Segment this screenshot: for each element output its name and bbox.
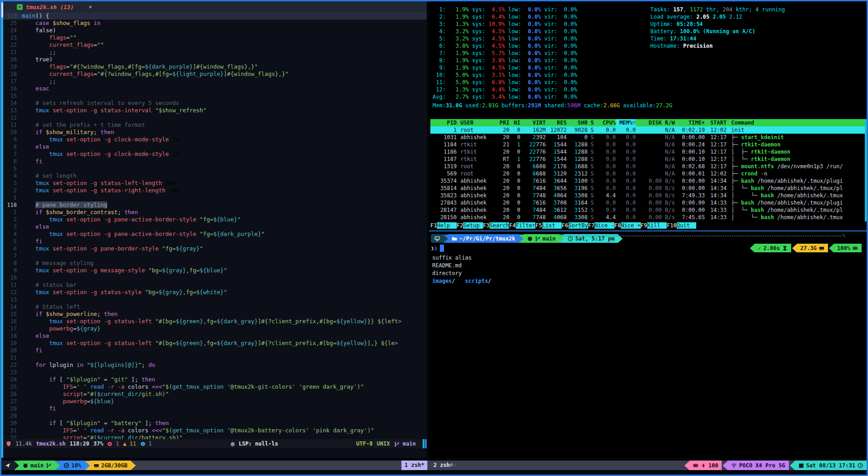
fkey-f7[interactable]: F7Nice - — [588, 222, 614, 230]
tmux-window-2[interactable]: 2 zsh#- — [430, 461, 460, 470]
editor-line[interactable]: 22 for lplugin in "${lplugins[@]}"; do — [1, 361, 427, 369]
editor-line[interactable]: 16 tmux set-option -g status-left "#[bg=… — [1, 318, 427, 325]
bar-segment-memory[interactable]: 2GB/30GB — [90, 461, 131, 470]
editor-line[interactable]: 31 IFS=' ' read -r -a colors <<<"$(get_t… — [1, 427, 427, 434]
fkey-f9[interactable]: F9Kill — [641, 222, 667, 230]
editor-line[interactable]: 3 tmux set-option -g status-left-length … — [1, 180, 427, 187]
editor-line[interactable]: 30 if [ "$lplugin" = "battery" ]; then — [1, 420, 427, 427]
fkey-f5[interactable]: F5List — [535, 222, 562, 230]
process-row[interactable]: 1186rtkit2002277615441288S0.00.0N/A0:00.… — [430, 148, 865, 155]
editor-line[interactable]: 3 else — [1, 223, 427, 230]
process-row[interactable]: 35823abhishek200774840643308S4.40.00.00 … — [430, 192, 865, 199]
editor-scrollbar[interactable] — [1, 1, 3, 458]
editor-line[interactable]: 1 if $show_border_contrast; then — [1, 209, 427, 216]
editor-line[interactable]: 25 case $show_flags in — [1, 20, 427, 27]
editor-line[interactable]: 1 — [1, 194, 427, 201]
process-scrollbar[interactable] — [865, 119, 868, 221]
process-row[interactable]: 35814abhishek200748436563196S0.00.00.00 … — [430, 185, 865, 192]
editor-line[interactable]: 6 fi — [1, 158, 427, 165]
editor-line[interactable]: 11 # status bar — [1, 281, 427, 289]
editor-line[interactable]: 14 # Status left — [1, 303, 427, 311]
editor-line[interactable]: 110main() { — [1, 12, 427, 20]
editor-line[interactable]: 13 tmux set-option -g status-interval "$… — [1, 107, 427, 114]
editor-line[interactable]: 11 # set the prefix + t time format — [1, 121, 427, 129]
editor-line[interactable]: 8 # message styling — [1, 260, 427, 267]
column-header-shr[interactable]: SHR — [567, 119, 588, 126]
editor-line[interactable]: 7 tmux set-option -g clock-mode-style 12 — [1, 150, 427, 158]
editor-line[interactable]: 118 # pane border styling — [1, 201, 427, 209]
column-header-diskrw[interactable]: DISK R/W — [636, 119, 675, 126]
editor-line[interactable]: 6 tmux set-option -g pane-border-style "… — [1, 245, 427, 252]
bar-segment-git[interactable]: main — [19, 461, 55, 470]
editor-line[interactable]: 20 true) — [1, 56, 427, 63]
bar-segment-session[interactable] — [1, 461, 14, 470]
editor-line[interactable]: 5 fi — [1, 238, 427, 245]
scrollbar-thumb[interactable] — [1, 3, 3, 17]
editor-line[interactable]: 7 — [1, 252, 427, 260]
tmux-window-1[interactable]: 1 zsh* — [401, 461, 427, 470]
column-header-start[interactable]: START — [705, 119, 727, 126]
column-header-cpu[interactable]: CPU% — [597, 119, 616, 126]
column-header-res[interactable]: RES — [546, 119, 567, 126]
fkey-f3[interactable]: F3Search — [483, 222, 509, 230]
process-row[interactable]: 27843abhishek200761637083164S0.00.00.00 … — [430, 199, 865, 206]
process-row[interactable]: 569root200668831202312S0.00.0N/A0:00.011… — [430, 170, 865, 177]
column-header-ni[interactable]: NI — [509, 119, 520, 126]
editor-line[interactable]: 4 # set length — [1, 172, 427, 180]
fkey-f2[interactable]: F2Setup — [457, 222, 483, 230]
editor-line[interactable]: 20 fi — [1, 347, 427, 354]
editor-line[interactable]: 5 — [1, 165, 427, 172]
editor-line[interactable]: 24 false) — [1, 27, 427, 34]
editor-line[interactable]: 18 current_flags="#{?window_flags,#[fg=$… — [1, 70, 427, 78]
process-row[interactable]: 28150abhishek200774840683308S4.40.00.00 … — [430, 214, 865, 221]
editor-line[interactable]: 15 if $show_powerline; then — [1, 311, 427, 318]
editor-line[interactable]: 10 — [1, 274, 427, 281]
editor-line[interactable]: 2 tmux set-option -g status-right-length… — [1, 187, 427, 194]
editor-line[interactable]: 26 script="#($current_dir/git.sh)" — [1, 391, 427, 398]
column-header-user[interactable]: USER — [457, 119, 496, 126]
editor-line[interactable]: 24 if [ "$lplugin" = "git" ]; then — [1, 376, 427, 383]
editor-line[interactable]: 27 powerbg=${blue} — [1, 398, 427, 405]
editor-line[interactable]: 8 else — [1, 143, 427, 150]
bar-segment-cpu[interactable]: 10% — [60, 461, 85, 470]
editor-line[interactable]: 10 if $show_military; then — [1, 129, 427, 136]
column-header-virt[interactable]: VIRT — [520, 119, 546, 126]
editor-line[interactable]: 2 tmux set-option -g pane-active-border-… — [1, 216, 427, 223]
column-header-mem[interactable]: MEM%▽ — [616, 119, 636, 126]
editor-line[interactable]: 29 — [1, 412, 427, 420]
editor-line[interactable]: 12 — [1, 114, 427, 121]
editor-line[interactable]: 12 tmux set-option -g status-style "bg=$… — [1, 289, 427, 296]
fkey-f6[interactable]: F6SortBy — [562, 222, 588, 230]
fkey-f10[interactable]: F10Quit — [667, 222, 696, 230]
process-row[interactable]: 28147abhishek200748436123152S0.00.00.00 … — [430, 206, 865, 214]
editor-line[interactable]: 28 fi — [1, 405, 427, 412]
process-row[interactable]: 35374abhishek200761636443100S0.00.00.00 … — [430, 177, 865, 185]
editor-line[interactable]: 19 tmux set-option -g status-left "#[bg=… — [1, 340, 427, 347]
editor-line[interactable]: 23 flags="" — [1, 34, 427, 41]
editor-line[interactable]: 23 — [1, 369, 427, 376]
column-header-pid[interactable]: PID — [430, 119, 457, 126]
column-header-time[interactable]: TIME+ — [675, 119, 705, 126]
editor-line[interactable]: 15 — [1, 92, 427, 100]
column-header-command[interactable]: Command — [727, 119, 865, 126]
fkey-f1[interactable]: F1Help — [430, 222, 457, 230]
editor-line[interactable]: 14 # sets refresh interval to every 5 se… — [1, 100, 427, 107]
fkey-f8[interactable]: F8Nice + — [614, 222, 641, 230]
fkey-f4[interactable]: F4Filter — [509, 222, 535, 230]
editor-line[interactable]: 17 powerbg=${gray} — [1, 325, 427, 332]
editor-line[interactable]: 18 else — [1, 332, 427, 340]
editor-line[interactable]: 19 flags="#{?window_flags,#[fg=${dark_pu… — [1, 63, 427, 70]
terminal-cursor[interactable] — [440, 245, 444, 252]
editor-line[interactable]: 21 ;; — [1, 49, 427, 56]
editor-line[interactable]: 9 tmux set-option -g message-style "bg=$… — [1, 267, 427, 274]
process-row[interactable]: 1031abhishek20023921040S0.00.0N/A0:00.00… — [430, 134, 865, 141]
process-row[interactable]: 1184rtkit2112277615441288S0.00.0N/A0:00.… — [430, 141, 865, 148]
column-header-s[interactable]: S — [588, 119, 597, 126]
editor-line[interactable]: 16 esac — [1, 85, 427, 92]
close-icon[interactable]: ✕ — [89, 4, 92, 10]
process-row[interactable]: 1319root200660821761688S0.00.0N/A0:02.68… — [430, 163, 865, 170]
editor-line[interactable]: 25 IFS=' ' read -r -a colors <<<"$(get_t… — [1, 383, 427, 391]
column-header-pri[interactable]: PRI — [496, 119, 509, 126]
editor-line[interactable]: 9 tmux set-option -g clock-mode-style 24 — [1, 136, 427, 143]
editor-line[interactable]: 22 current_flags="" — [1, 41, 427, 49]
